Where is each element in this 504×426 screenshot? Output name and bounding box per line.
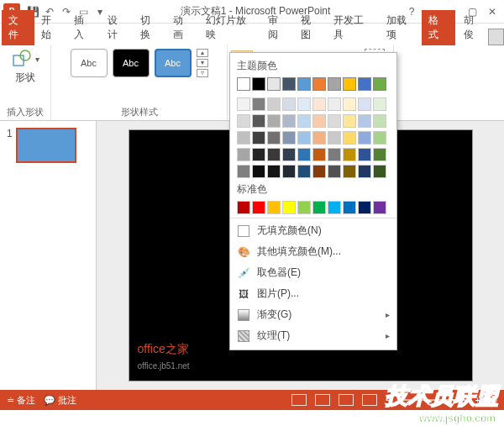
color-swatch[interactable] — [237, 201, 250, 214]
color-swatch[interactable] — [252, 148, 265, 161]
color-swatch[interactable] — [237, 114, 250, 128]
shapes-button[interactable]: ▾ — [12, 49, 39, 69]
color-swatch[interactable] — [373, 201, 386, 214]
color-swatch[interactable] — [343, 165, 356, 178]
color-swatch[interactable] — [358, 97, 371, 111]
color-swatch[interactable] — [267, 77, 281, 91]
color-swatch[interactable] — [252, 114, 265, 128]
color-swatch[interactable] — [343, 201, 356, 214]
color-swatch[interactable] — [297, 77, 311, 91]
color-swatch[interactable] — [328, 165, 341, 178]
color-swatch[interactable] — [267, 148, 281, 161]
color-swatch[interactable] — [343, 114, 356, 128]
color-swatch[interactable] — [297, 114, 311, 128]
sorter-view-icon[interactable] — [315, 394, 330, 406]
color-swatch[interactable] — [312, 97, 326, 111]
avatar[interactable] — [488, 29, 504, 45]
color-swatch[interactable] — [267, 114, 281, 128]
color-swatch[interactable] — [373, 114, 386, 128]
color-swatch[interactable] — [373, 131, 386, 145]
color-swatch[interactable] — [328, 131, 341, 145]
no-fill-option[interactable]: 无填充颜色(N) — [230, 220, 396, 241]
color-swatch[interactable] — [282, 201, 296, 214]
more-colors-option[interactable]: 🎨 其他填充颜色(M)... — [230, 241, 396, 262]
color-swatch[interactable] — [373, 97, 386, 111]
texture-fill-option[interactable]: 纹理(T) ▸ — [230, 325, 396, 346]
color-swatch[interactable] — [343, 77, 356, 91]
tab-format[interactable]: 格式 — [422, 10, 454, 45]
color-swatch[interactable] — [252, 165, 265, 178]
gallery-expand[interactable]: ▴▾▿ — [197, 49, 208, 77]
color-swatch[interactable] — [343, 131, 356, 145]
color-swatch[interactable] — [282, 165, 296, 178]
style-option-3[interactable]: Abc — [155, 49, 192, 77]
color-swatch[interactable] — [312, 77, 326, 91]
color-swatch[interactable] — [252, 131, 265, 145]
tab-animations[interactable]: 动画 — [166, 10, 199, 45]
thumbnail-1[interactable]: 1 — [7, 128, 89, 163]
color-swatch[interactable] — [328, 97, 341, 111]
normal-view-icon[interactable] — [291, 394, 307, 406]
color-swatch[interactable] — [252, 97, 265, 111]
style-option-1[interactable]: Abc — [71, 49, 108, 77]
color-swatch[interactable] — [312, 148, 326, 161]
color-swatch[interactable] — [358, 131, 371, 145]
color-swatch[interactable] — [282, 114, 296, 128]
color-swatch[interactable] — [237, 131, 250, 145]
color-swatch[interactable] — [358, 201, 371, 214]
tab-developer[interactable]: 开发工具 — [327, 10, 379, 45]
color-swatch[interactable] — [297, 201, 311, 214]
color-swatch[interactable] — [373, 165, 386, 178]
color-swatch[interactable] — [297, 131, 311, 145]
color-swatch[interactable] — [267, 165, 281, 178]
color-swatch[interactable] — [252, 77, 265, 91]
picture-fill-option[interactable]: 🖼 图片(P)... — [230, 283, 396, 304]
color-swatch[interactable] — [358, 114, 371, 128]
color-swatch[interactable] — [237, 165, 250, 178]
color-swatch[interactable] — [328, 114, 341, 128]
color-swatch[interactable] — [312, 114, 326, 128]
notes-button[interactable]: ≐ 备注 — [7, 394, 35, 407]
eyedropper-option[interactable]: 💉 取色器(E) — [230, 262, 396, 283]
color-swatch[interactable] — [373, 148, 386, 161]
color-swatch[interactable] — [358, 148, 371, 161]
slideshow-view-icon[interactable] — [362, 394, 377, 406]
color-swatch[interactable] — [237, 148, 250, 161]
color-swatch[interactable] — [312, 131, 326, 145]
color-swatch[interactable] — [358, 77, 371, 91]
color-swatch[interactable] — [373, 77, 386, 91]
color-swatch[interactable] — [282, 77, 296, 91]
color-swatch[interactable] — [297, 148, 311, 161]
color-swatch[interactable] — [237, 97, 250, 111]
user-name[interactable]: 胡俊 — [459, 10, 488, 45]
comments-button[interactable]: 💬 批注 — [44, 394, 76, 407]
tab-insert[interactable]: 插入 — [67, 10, 100, 45]
color-swatch[interactable] — [267, 131, 281, 145]
color-swatch[interactable] — [297, 165, 311, 178]
color-swatch[interactable] — [282, 148, 296, 161]
color-swatch[interactable] — [328, 77, 341, 91]
color-swatch[interactable] — [252, 201, 265, 214]
tab-slideshow[interactable]: 幻灯片放映 — [199, 10, 261, 45]
color-swatch[interactable] — [343, 148, 356, 161]
color-swatch[interactable] — [282, 131, 296, 145]
color-swatch[interactable] — [297, 97, 311, 111]
reading-view-icon[interactable] — [339, 394, 354, 406]
gradient-fill-option[interactable]: 渐变(G) ▸ — [230, 304, 396, 325]
tab-addins[interactable]: 加载项 — [380, 10, 423, 45]
color-swatch[interactable] — [312, 201, 326, 214]
tab-review[interactable]: 审阅 — [261, 10, 294, 45]
color-swatch[interactable] — [282, 97, 296, 111]
color-swatch[interactable] — [358, 165, 371, 178]
tab-view[interactable]: 视图 — [294, 10, 327, 45]
color-swatch[interactable] — [328, 201, 341, 214]
color-swatch[interactable] — [312, 165, 326, 178]
color-swatch[interactable] — [237, 77, 250, 91]
color-swatch[interactable] — [267, 97, 281, 111]
color-swatch[interactable] — [343, 97, 356, 111]
color-swatch[interactable] — [267, 201, 281, 214]
tab-home[interactable]: 开始 — [34, 10, 67, 45]
color-swatch[interactable] — [328, 148, 341, 161]
tab-file[interactable]: 文件 — [2, 10, 34, 45]
tab-design[interactable]: 设计 — [101, 10, 134, 45]
